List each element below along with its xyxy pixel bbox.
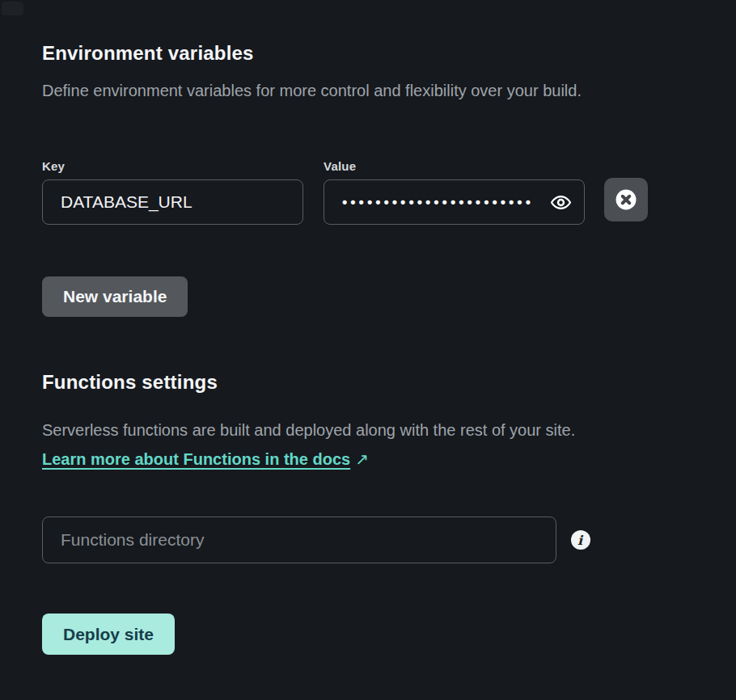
functions-settings-heading: Functions settings — [42, 371, 694, 393]
key-input[interactable] — [42, 179, 303, 225]
reveal-value-button[interactable] — [548, 190, 573, 214]
environment-variables-description: Define environment variables for more co… — [42, 80, 694, 101]
settings-panel: Environment variables Define environment… — [0, 42, 736, 655]
external-link-arrow-icon: ↗ — [355, 449, 369, 470]
eye-icon — [550, 192, 572, 213]
key-field-group: Key — [42, 159, 303, 225]
value-input[interactable]: ••••••••••••••••••••••• — [324, 179, 585, 225]
remove-variable-button[interactable] — [604, 178, 648, 221]
masked-value-text: ••••••••••••••••••••••• — [342, 179, 545, 225]
key-label: Key — [42, 159, 303, 173]
value-label: Value — [324, 159, 585, 173]
functions-directory-input[interactable] — [42, 517, 556, 563]
environment-variables-heading: Environment variables — [42, 42, 694, 64]
x-circle-icon — [614, 188, 638, 212]
new-variable-button[interactable]: New variable — [42, 276, 188, 317]
env-variable-row: Key Value ••••••••••••••••••••••• — [42, 159, 694, 225]
corner-artifact — [2, 2, 23, 15]
info-icon[interactable]: i — [571, 530, 590, 550]
functions-docs-link[interactable]: Learn more about Functions in the docs — [42, 450, 350, 468]
functions-directory-row: i — [42, 517, 694, 563]
functions-docs-line: Learn more about Functions in the docs↗ — [42, 449, 694, 470]
functions-settings-description: Serverless functions are built and deplo… — [42, 420, 694, 441]
value-field-group: Value ••••••••••••••••••••••• — [324, 159, 585, 225]
deploy-site-button[interactable]: Deploy site — [42, 614, 175, 655]
